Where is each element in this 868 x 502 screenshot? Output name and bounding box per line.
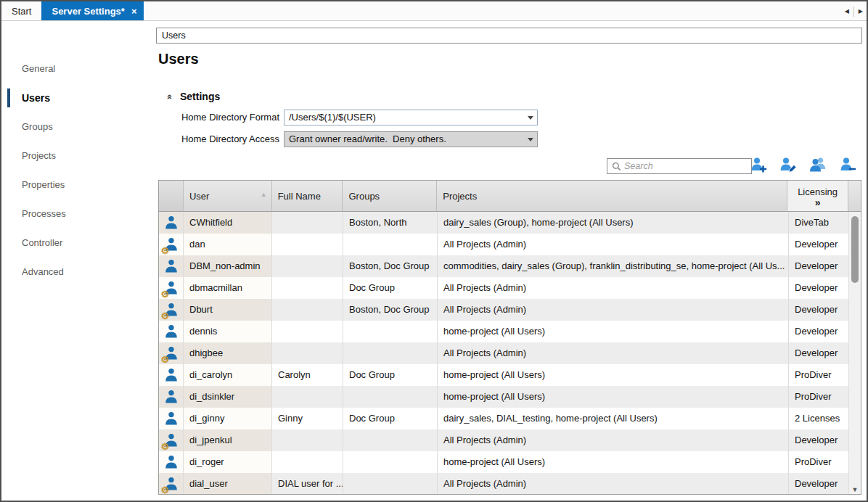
- user-search: [607, 158, 752, 174]
- column-header-groups[interactable]: Groups: [343, 181, 437, 212]
- user-icon: ⚙: [163, 389, 179, 405]
- column-header-projects[interactable]: Projects: [437, 181, 787, 212]
- home-directory-format-select[interactable]: /Users/$(1)/$(USER): [284, 110, 538, 126]
- chevron-down-icon[interactable]: [523, 132, 537, 147]
- table-row[interactable]: ⚙ dbmacmillan Doc Group All Projects (Ad…: [159, 277, 861, 299]
- sidebar-item-controller[interactable]: Controller: [1, 229, 156, 258]
- tab-start-label: Start: [12, 6, 31, 17]
- user-name-cell: Dburt: [184, 299, 272, 321]
- scroll-down-icon[interactable]: ▼: [849, 486, 861, 493]
- table-row[interactable]: ⚙ dan All Projects (Admin) Developer: [159, 234, 861, 255]
- remove-user-button[interactable]: [838, 155, 858, 174]
- licensing-cell: Developer: [789, 342, 850, 364]
- sidebar-item-users[interactable]: Users: [1, 83, 156, 112]
- user-name-cell: di_jpenkul: [184, 429, 272, 451]
- table-row[interactable]: ⚙ dial_user DIAL user for ... All Projec…: [159, 473, 861, 495]
- full-name-cell: [272, 386, 343, 408]
- projects-cell: All Projects (Admin): [438, 473, 789, 495]
- edit-user-icon: [779, 156, 797, 173]
- user-type-cell: ⚙: [159, 408, 184, 429]
- groups-cell: [343, 342, 438, 364]
- tab-navigation: ◀ ▶: [843, 1, 864, 21]
- table-row[interactable]: ⚙ dhigbee All Projects (Admin) Developer: [159, 342, 861, 364]
- breadcrumb[interactable]: Users: [156, 28, 862, 44]
- groups-cell: Boston, Doc Group: [343, 255, 438, 277]
- user-name-cell: DBM_non-admin: [184, 255, 272, 277]
- user-type-cell: ⚙: [159, 212, 184, 234]
- licensing-cell: Developer: [789, 234, 850, 255]
- column-header-full-name[interactable]: Full Name: [272, 181, 343, 212]
- table-row[interactable]: ⚙ di_ginny Ginny Doc Group dairy_sales, …: [159, 408, 861, 429]
- user-type-cell: ⚙: [159, 473, 184, 495]
- groups-cell: Doc Group: [343, 408, 438, 429]
- groups-cell: [343, 451, 438, 473]
- edit-user-button[interactable]: [778, 155, 798, 174]
- licensing-cell: ProDiver: [789, 451, 850, 473]
- column-header-label: Projects: [443, 191, 477, 202]
- expand-columns-icon[interactable]: »: [815, 197, 821, 207]
- add-user-icon: [750, 156, 767, 173]
- add-user-button[interactable]: [748, 155, 769, 174]
- full-name-cell: [272, 255, 343, 277]
- table-row[interactable]: ⚙ di_jpenkul All Projects (Admin) Develo…: [159, 429, 861, 451]
- projects-cell: home-project (All Users): [438, 451, 789, 473]
- search-input[interactable]: [624, 159, 751, 173]
- sidebar-item-label: Advanced: [22, 266, 64, 277]
- admin-gear-icon: ⚙: [161, 246, 170, 255]
- main-content: Users Users » Settings Home Directory Fo…: [156, 22, 867, 501]
- scrollbar-thumb[interactable]: [851, 216, 859, 283]
- copy-user-button[interactable]: [808, 155, 828, 174]
- collapse-section-icon[interactable]: »: [163, 91, 174, 102]
- home-directory-access-select[interactable]: Grant owner read/write. Deny others.: [284, 131, 538, 147]
- table-row[interactable]: ⚙ DBM_non-admin Boston, Doc Group commod…: [159, 255, 861, 277]
- sidebar-item-properties[interactable]: Properties: [1, 170, 156, 199]
- projects-cell: dairy_sales (Group), home-project (All U…: [438, 212, 789, 234]
- sidebar-item-general[interactable]: General: [1, 54, 156, 83]
- settings-sidebar: General Users Groups Projects Properties…: [1, 22, 156, 501]
- nav-back-icon[interactable]: ◀: [843, 8, 851, 15]
- user-icon: ⚙: [163, 345, 179, 361]
- groups-cell: [343, 321, 438, 342]
- column-header-icon[interactable]: [159, 181, 184, 212]
- table-row[interactable]: ⚙ di_roger home-project (All Users) ProD…: [159, 451, 861, 473]
- sidebar-item-label: Controller: [22, 237, 62, 248]
- sidebar-item-label: Processes: [22, 208, 66, 219]
- admin-gear-icon: ⚙: [161, 311, 170, 321]
- user-icon: ⚙: [163, 302, 179, 318]
- projects-cell: home-project (All Users): [438, 364, 789, 386]
- user-icon: ⚙: [163, 258, 179, 274]
- projects-cell: All Projects (Admin): [438, 299, 789, 321]
- vertical-scrollbar[interactable]: ▼: [848, 212, 861, 494]
- sidebar-item-groups[interactable]: Groups: [1, 112, 156, 141]
- nav-forward-icon[interactable]: ▶: [857, 8, 864, 15]
- full-name-cell: [272, 342, 343, 364]
- groups-cell: Boston, Doc Group: [343, 299, 438, 321]
- table-row[interactable]: ⚙ di_dsinkler home-project (All Users) P…: [159, 386, 861, 408]
- table-row[interactable]: ⚙ Dburt Boston, Doc Group All Projects (…: [159, 299, 861, 321]
- projects-cell: commodities, dairy_sales (Group), frankl…: [438, 255, 789, 277]
- table-row[interactable]: ⚙ dennis home-project (All Users) Develo…: [159, 321, 861, 342]
- groups-cell: Doc Group: [343, 364, 438, 386]
- search-icon: [612, 162, 621, 171]
- groups-cell: [343, 429, 438, 451]
- projects-cell: home-project (All Users): [438, 321, 789, 342]
- table-row[interactable]: ⚙ di_carolyn Carolyn Doc Group home-proj…: [159, 364, 861, 386]
- sidebar-item-advanced[interactable]: Advanced: [1, 258, 156, 287]
- chevron-down-icon[interactable]: [523, 110, 537, 125]
- column-header-user[interactable]: User ▲: [184, 181, 272, 212]
- licensing-cell: Developer: [789, 255, 850, 277]
- licensing-cell: Developer: [789, 277, 850, 299]
- table-row[interactable]: ⚙ CWhitfield Boston, North dairy_sales (…: [159, 212, 861, 234]
- tab-server-settings[interactable]: Server Settings* ×: [41, 1, 143, 20]
- licensing-cell: Developer: [789, 429, 850, 451]
- tab-start[interactable]: Start: [1, 1, 41, 20]
- user-type-cell: ⚙: [159, 429, 184, 451]
- licensing-cell: Developer: [789, 299, 850, 321]
- close-tab-icon[interactable]: ×: [131, 7, 137, 16]
- user-type-cell: ⚙: [159, 451, 184, 473]
- sidebar-item-projects[interactable]: Projects: [1, 141, 156, 170]
- licensing-cell: ProDiver: [789, 364, 850, 386]
- user-type-cell: ⚙: [159, 386, 184, 408]
- sidebar-item-processes[interactable]: Processes: [1, 199, 156, 229]
- column-header-licensing[interactable]: Licensing »: [787, 181, 848, 212]
